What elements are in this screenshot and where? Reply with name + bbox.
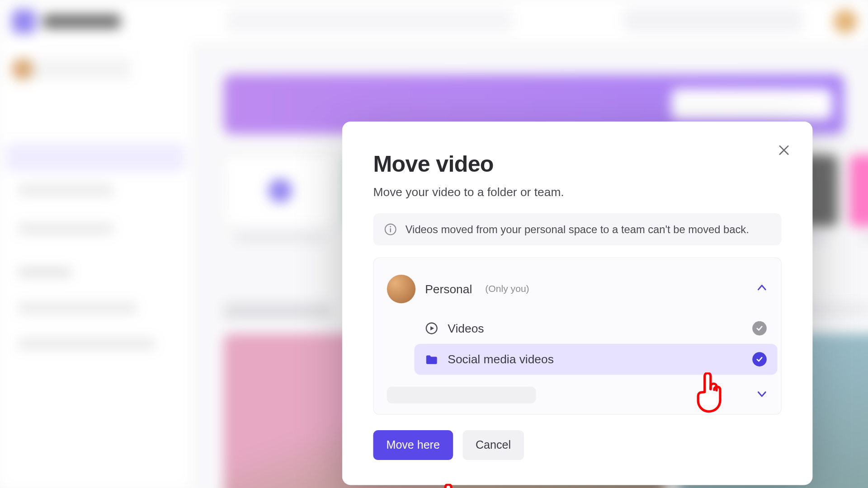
- tree-root-personal[interactable]: Personal (Only you): [374, 269, 781, 310]
- close-icon: [778, 145, 789, 155]
- root-scope: (Only you): [485, 284, 529, 295]
- move-video-dialog: Move video Move your video to a folder o…: [342, 122, 812, 485]
- cancel-button[interactable]: Cancel: [462, 430, 524, 460]
- check-icon: [752, 352, 767, 366]
- tree-item-videos[interactable]: Videos: [414, 313, 777, 344]
- video-icon: [425, 322, 438, 335]
- svg-rect-2: [390, 228, 391, 232]
- folder-icon: [425, 353, 438, 366]
- tree-team-collapsed[interactable]: [374, 378, 781, 408]
- move-here-button[interactable]: Move here: [373, 430, 453, 460]
- check-icon: [752, 321, 767, 336]
- chevron-down-icon: [756, 388, 768, 402]
- dialog-title: Move video: [373, 151, 781, 177]
- info-banner: Videos moved from your personal space to…: [373, 213, 781, 245]
- chevron-up-icon: [756, 282, 768, 296]
- close-button[interactable]: [774, 141, 793, 160]
- tree-item-label: Social media videos: [448, 352, 554, 366]
- svg-point-1: [390, 226, 391, 227]
- avatar: [387, 275, 415, 303]
- tree-item-social-media-videos[interactable]: Social media videos: [414, 344, 777, 375]
- location-tree: Personal (Only you) Videos Social me: [373, 258, 781, 415]
- team-placeholder: [387, 387, 536, 404]
- info-icon: [384, 223, 397, 236]
- dialog-subtitle: Move your video to a folder or team.: [373, 185, 781, 199]
- tree-item-label: Videos: [448, 321, 484, 335]
- root-name: Personal: [425, 282, 472, 296]
- info-text: Videos moved from your personal space to…: [406, 223, 749, 236]
